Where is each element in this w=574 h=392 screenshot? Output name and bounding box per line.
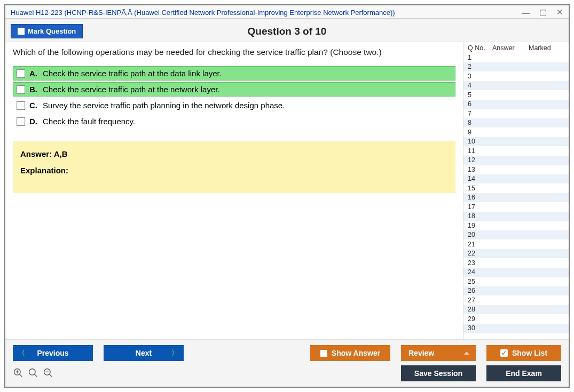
body: Which of the following operations may be… <box>5 42 569 339</box>
question-list-row[interactable]: 7 <box>463 109 569 118</box>
choice-D[interactable]: D. Check the fault frequency. <box>13 114 455 129</box>
end-exam-label: End Exam <box>506 369 542 378</box>
choice-checkbox[interactable] <box>17 117 25 126</box>
choice-checkbox[interactable] <box>17 85 25 94</box>
window-controls: — ▢ ✕ <box>522 7 563 17</box>
qno-cell: 14 <box>468 175 490 182</box>
choices-list: A. Check the service traffic path at the… <box>13 65 455 130</box>
next-button[interactable]: Next 〉 <box>104 345 184 361</box>
qno-cell: 4 <box>468 82 490 89</box>
qno-cell: 24 <box>468 268 490 276</box>
question-list-row[interactable]: 2 <box>463 62 569 72</box>
titlebar: Huawei H12-223 (HCNP-R&S-IENPÃ‚Â (Huawei… <box>5 5 569 19</box>
qno-cell: 6 <box>468 100 490 108</box>
question-list-row[interactable]: 24 <box>463 268 569 277</box>
qno-cell: 19 <box>468 222 490 229</box>
question-list-row[interactable]: 6 <box>463 100 569 109</box>
window-title: Huawei H12-223 (HCNP-R&S-IENPÃ‚Â (Huawei… <box>11 9 395 17</box>
question-list-row[interactable]: 9 <box>463 127 569 137</box>
question-list-body[interactable]: 1234567891011121314151617181920212223242… <box>463 53 569 339</box>
mark-checkbox-icon <box>18 28 25 35</box>
header-bar: Mark Question Question 3 of 10 <box>5 19 569 42</box>
svg-line-7 <box>50 374 52 377</box>
question-list-row[interactable]: 19 <box>463 221 569 230</box>
question-list-row[interactable]: 18 <box>463 212 569 221</box>
question-list-row[interactable]: 1 <box>463 53 569 62</box>
show-list-label: Show List <box>512 349 547 357</box>
footer: 〈 Previous Next 〉 Show Answer Review ✓ S… <box>5 339 569 387</box>
qno-cell: 22 <box>468 250 490 257</box>
question-text: Which of the following operations may be… <box>13 47 455 57</box>
chevron-right-icon: 〉 <box>171 348 178 358</box>
previous-label: Previous <box>37 349 68 357</box>
choice-letter: C. <box>29 101 37 110</box>
question-list-row[interactable]: 30 <box>463 324 569 333</box>
qno-cell: 20 <box>468 231 490 238</box>
question-list-row[interactable]: 17 <box>463 202 569 212</box>
svg-point-4 <box>29 369 36 375</box>
qno-cell: 30 <box>468 324 490 332</box>
question-list-row[interactable]: 5 <box>463 90 569 100</box>
question-list-panel: Q No. Answer Marked 12345678910111213141… <box>463 42 569 339</box>
question-list-row[interactable]: 15 <box>463 183 569 193</box>
qno-cell: 27 <box>468 297 490 304</box>
next-label: Next <box>136 349 152 357</box>
qno-cell: 18 <box>468 212 490 220</box>
qno-cell: 7 <box>468 110 490 117</box>
question-list-row[interactable]: 8 <box>463 118 569 128</box>
question-list-row[interactable]: 11 <box>463 146 569 156</box>
qno-cell: 16 <box>468 194 490 201</box>
maximize-icon[interactable]: ▢ <box>539 7 547 17</box>
question-list-row[interactable]: 26 <box>463 286 569 296</box>
end-exam-button[interactable]: End Exam <box>486 365 561 381</box>
question-panel: Which of the following operations may be… <box>5 42 463 339</box>
show-answer-label: Show Answer <box>332 349 380 357</box>
chevron-left-icon: 〈 <box>18 348 25 358</box>
show-answer-button[interactable]: Show Answer <box>310 345 390 361</box>
choice-text: Check the service traffic path at the ne… <box>43 85 220 94</box>
question-list-row[interactable]: 10 <box>463 137 569 147</box>
save-session-button[interactable]: Save Session <box>401 365 476 381</box>
question-list-row[interactable]: 21 <box>463 239 569 249</box>
question-list-row[interactable]: 16 <box>463 193 569 203</box>
save-session-label: Save Session <box>414 369 462 378</box>
review-button[interactable]: Review <box>401 345 476 361</box>
zoom-reset-icon[interactable] <box>28 367 38 380</box>
qno-cell: 8 <box>468 119 490 126</box>
qno-cell: 1 <box>468 54 490 61</box>
zoom-out-icon[interactable] <box>43 367 53 380</box>
show-list-button[interactable]: ✓ Show List <box>486 345 561 361</box>
choice-checkbox[interactable] <box>17 101 25 110</box>
close-icon[interactable]: ✕ <box>556 7 563 17</box>
choice-letter: A. <box>29 69 37 78</box>
question-list-row[interactable]: 20 <box>463 230 569 240</box>
question-list-row[interactable]: 3 <box>463 71 569 81</box>
choice-text: Survey the service traffic path planning… <box>43 101 285 110</box>
previous-button[interactable]: 〈 Previous <box>13 345 93 361</box>
qno-cell: 21 <box>468 241 490 248</box>
svg-line-5 <box>35 374 37 377</box>
question-list-row[interactable]: 27 <box>463 295 569 305</box>
choice-B[interactable]: B. Check the service traffic path at the… <box>13 82 455 97</box>
question-list-row[interactable]: 23 <box>463 258 569 268</box>
question-list-row[interactable]: 14 <box>463 174 569 184</box>
question-counter: Question 3 of 10 <box>5 26 569 37</box>
choice-C[interactable]: C. Survey the service traffic path plann… <box>13 98 455 113</box>
question-list-header: Q No. Answer Marked <box>463 42 569 53</box>
svg-line-1 <box>20 374 22 377</box>
footer-row-2: Save Session End Exam <box>13 365 561 381</box>
question-list-row[interactable]: 28 <box>463 305 569 315</box>
question-list-row[interactable]: 29 <box>463 314 569 324</box>
minimize-icon[interactable]: — <box>522 8 530 17</box>
question-list-row[interactable]: 12 <box>463 156 569 165</box>
choice-A[interactable]: A. Check the service traffic path at the… <box>13 66 455 81</box>
zoom-in-icon[interactable] <box>13 367 23 380</box>
qno-cell: 5 <box>468 91 490 99</box>
question-list-row[interactable]: 22 <box>463 249 569 259</box>
mark-question-button[interactable]: Mark Question <box>11 24 83 38</box>
question-list-row[interactable]: 13 <box>463 165 569 174</box>
question-list-row[interactable]: 25 <box>463 277 569 286</box>
choice-checkbox[interactable] <box>17 69 25 78</box>
question-list-row[interactable]: 4 <box>463 81 569 91</box>
check-icon: ✓ <box>500 349 508 357</box>
